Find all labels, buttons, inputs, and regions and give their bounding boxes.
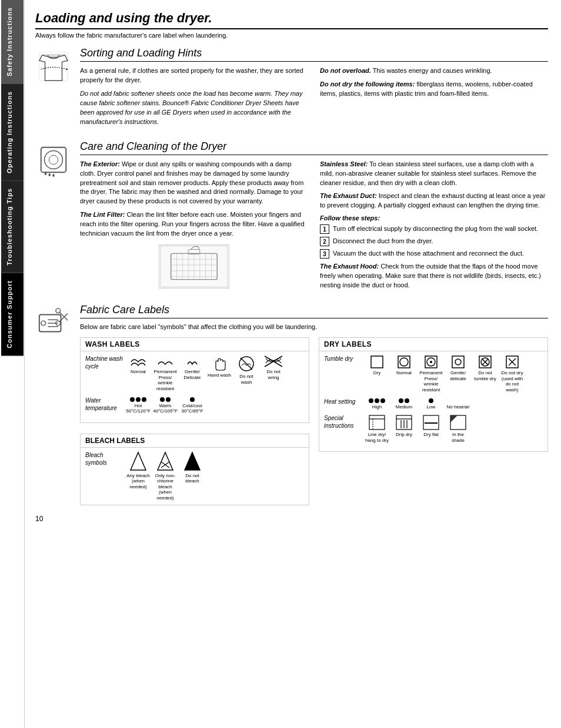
heat-low-label: Low (427, 404, 436, 410)
care-body: Care and Cleaning of the Dryer The Exter… (80, 140, 548, 295)
bleach-any: Any bleach (when needed) (126, 451, 151, 490)
hot-dot-1 (130, 397, 135, 402)
dry-square-label: Dry (373, 370, 380, 376)
hot-dot-2 (136, 397, 141, 402)
heat-setting-label: Heat setting (324, 398, 362, 405)
do-not-overload: Do not overload. This wastes energy and … (320, 66, 548, 76)
step-1: 1 Turn off electrical supply by disconne… (320, 224, 548, 234)
sorting-col2: Do not overload. This wastes energy and … (320, 66, 548, 131)
wash-hand-label: Hand wash (208, 373, 231, 378)
heat-medium-label: Medium (396, 404, 412, 410)
bleach-nonchlor-label: Only non-chlorine bleach (when needed) (153, 473, 178, 501)
dry-gentle-label: Gentle/ delicate (446, 370, 470, 381)
do-not-overload-label: Do not overload. (320, 67, 371, 74)
svg-point-21 (41, 321, 46, 326)
svg-rect-51 (369, 415, 385, 430)
dry-perm-label: Permanent Press/ wrinkle resistant (419, 370, 443, 392)
sp-line: Line dry/ hang to dry (365, 414, 389, 443)
wash-perm-label: Permanent Press/ wrinkle resistant (153, 369, 178, 391)
bleach-any-label: Any bleach (when needed) (126, 473, 151, 490)
sp-line-label: Line dry/ hang to dry (365, 432, 389, 443)
temp-warm: Warm 40°C/105°F (153, 397, 178, 414)
dry-donot-label: Do not tumble dry (473, 370, 497, 381)
stainless-label: Stainless Steel: (320, 160, 368, 167)
svg-point-38 (400, 358, 408, 366)
dry-donot: Do not tumble dry (473, 355, 497, 381)
cold-dots (189, 397, 195, 402)
sp-drip-label: Drip dry (396, 432, 412, 438)
hot-dot-3 (142, 397, 146, 402)
water-temp-label: Water temperature (85, 397, 123, 412)
wash-symbol-normal: Normal (126, 355, 151, 375)
care-section: Care and Cleaning of the Dryer The Exter… (35, 140, 548, 295)
sp-shade: In the shade (446, 414, 470, 443)
tumble-dry-label: Tumble dry (324, 355, 362, 363)
dry-labels-header: DRY LABELS (319, 338, 547, 351)
tumble-dry-symbols: Dry Normal (365, 355, 525, 392)
do-not-dry: Do not dry the following items: fibergla… (320, 80, 548, 99)
special-label: Special instructions (324, 414, 362, 430)
step-num-2: 2 (320, 237, 329, 246)
heat-med-dots (398, 398, 410, 404)
page-title: Loading and using the dryer. (35, 11, 548, 29)
exterior-para: The Exterior: Wipe or dust any spills or… (80, 160, 308, 207)
sidebar-tab-troubleshooting[interactable]: Troubleshooting Tips (1, 181, 24, 273)
sidebar-tab-operating[interactable]: Operating Instructions (1, 84, 24, 181)
page-subtitle: Always follow the fabric manufacturer's … (35, 32, 548, 39)
step-3: 3 Vacuum the duct with the hose attachme… (320, 249, 548, 259)
exterior-label: The Exterior: (80, 160, 120, 167)
wash-symbol-nowring: Do not wring (261, 355, 286, 380)
sorting-title: Sorting and Loading Hints (80, 47, 548, 62)
dry-labels-body: Tumble dry Dry (319, 351, 547, 451)
main-content: Loading and using the dryer. Always foll… (25, 0, 561, 728)
wash-symbol-hand: Hand wash (207, 355, 232, 378)
bleach-symbols-group: Any bleach (when needed) Only (126, 451, 205, 501)
sp-drip: Drip dry (392, 414, 416, 438)
bleach-symbols-label: Bleach symbols (85, 451, 123, 467)
machine-wash-label: Machine wash cycle (85, 355, 123, 370)
stainless-para: Stainless Steel: To clean stainless stee… (320, 160, 548, 188)
fabric-title: Fabric Care Labels (80, 304, 548, 318)
cold-label: Cold/cool 30°C/85°F (180, 403, 205, 414)
bleach-labels-body: Bleach symbols Any bleach (when needed) (81, 448, 309, 505)
exhaust-hood-label: The Exhaust Hood: (320, 263, 379, 270)
lint-para: The Lint Filter: Clean the lint filter b… (80, 210, 308, 239)
warm-label: Warm 40°C/105°F (153, 403, 178, 414)
water-temp-symbols: Hot 50°C/120°F Warm 40°C/105°F (126, 397, 205, 414)
bleach-labels-header: BLEACH LABELS (81, 434, 309, 448)
cold-dot-1 (190, 397, 195, 402)
warm-dot-2 (166, 397, 171, 402)
heat-low: Low (419, 398, 443, 410)
step-num-3: 3 (320, 249, 329, 259)
heat-setting-row: Heat setting H (324, 398, 543, 410)
temp-hot: Hot 50°C/120°F (126, 397, 151, 414)
dry-gentle: Gentle/ delicate (446, 355, 470, 381)
sidebar-tab-safety[interactable]: Safety Instructions (1, 0, 24, 84)
svg-point-41 (430, 361, 432, 363)
lint-label: The Lint Filter: (80, 211, 125, 218)
svg-marker-61 (450, 415, 458, 422)
svg-marker-2 (66, 68, 68, 71)
care-title: Care and Cleaning of the Dryer (80, 140, 548, 155)
care-col1: The Exterior: Wipe or dust any spills or… (80, 160, 308, 295)
exhaust-hood-para: The Exhaust Hood: Check from the outside… (320, 262, 548, 290)
step-num-1: 1 (320, 224, 329, 234)
wash-labels-panel: WASH LABELS Machine wash cycle (80, 337, 309, 423)
page-number: 10 (35, 515, 548, 523)
svg-marker-35 (185, 452, 200, 470)
heat-high-dots (368, 398, 386, 404)
dry-nodry: Do not dry (used with do not wash) (500, 355, 525, 392)
sidebar-tab-consumer[interactable]: Consumer Support (1, 273, 24, 356)
wash-normal-label: Normal (131, 369, 146, 375)
sorting-col1: As a general rule, if clothes are sorted… (80, 66, 308, 131)
svg-point-25 (56, 308, 61, 313)
care-icon (35, 140, 72, 177)
sorting-body: Sorting and Loading Hints As a general r… (80, 47, 548, 131)
heat-high-label: High (372, 404, 382, 410)
svg-rect-36 (371, 356, 383, 368)
svg-rect-0 (39, 52, 68, 80)
tumble-dry-row: Tumble dry Dry (324, 355, 543, 392)
wash-nowring-label: Do not wring (261, 369, 286, 380)
dry-normal-label: Normal (396, 370, 412, 376)
bleach-nonchlor: Only non-chlorine bleach (when needed) (153, 451, 178, 501)
